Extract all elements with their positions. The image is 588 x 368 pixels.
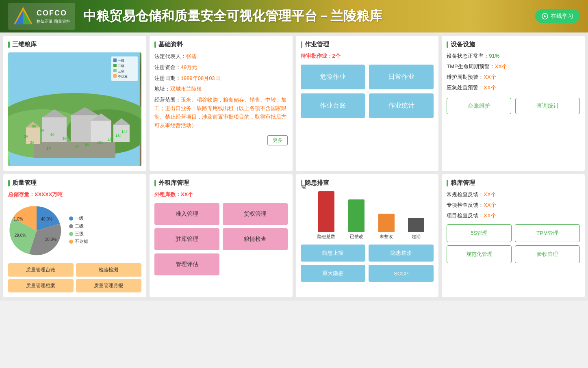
rental-access-button[interactable]: 准入管理 [154, 203, 219, 225]
ops-ledger-button[interactable]: 作业台账 [301, 93, 365, 118]
address-value: 双城市兰陵镇 [170, 86, 202, 92]
normal-rate-row: 设备状态正常率：91% [447, 52, 580, 60]
emergency-value: XX个 [484, 84, 496, 91]
more-button[interactable]: 更多 [267, 135, 288, 145]
equip-stats-button[interactable]: 查询统计 [515, 98, 580, 114]
capital-value: 49万元 [181, 64, 197, 70]
legal-rep-label: 法定代表人： [154, 53, 186, 59]
bar-unrectified-label: 未整改 [380, 234, 393, 240]
ops-buttons-grid: 危险作业 日常作业 作业台账 作业统计 [301, 65, 434, 118]
bar-rectified-bar [348, 199, 365, 232]
grain-accept-button[interactable]: 验收管理 [515, 245, 580, 263]
project-check-row: 项目检查反馈：XX个 [447, 212, 580, 219]
legend-dot-2 [69, 224, 73, 228]
rental-panel: 外租库管理 外租库数：XX个 准入管理 货权管理 驻库管理 粮情检查 管理评估 [150, 174, 293, 297]
grain-buttons: 5S管理 TPM管理 规范化管理 验收管理 [447, 224, 580, 263]
tmp-row: TMP生命周期预警：XX个 [447, 63, 580, 70]
ops-pending: 待审批作业：2个 [301, 52, 434, 60]
quality-ledger-button[interactable]: 质量管理台账 [8, 263, 74, 277]
svg-text:3#: 3# [24, 134, 28, 139]
equip-ledger-button[interactable]: 台账维护 [447, 98, 511, 114]
svg-text:不达标: 不达标 [118, 75, 128, 78]
grain-title: 粮库管理 [447, 179, 580, 187]
svg-text:5#: 5# [63, 136, 67, 141]
svg-text:1#: 1# [46, 146, 51, 151]
legend-item-3: 三级 [69, 231, 88, 237]
ops-title: 作业管理 [301, 41, 434, 48]
address-label: 地址： [154, 86, 170, 92]
legend-label-1: 一级 [75, 215, 84, 221]
svg-text:1.0%: 1.0% [14, 217, 23, 221]
svg-text:7#: 7# [40, 128, 44, 132]
svg-marker-3 [15, 10, 23, 24]
svg-rect-39 [113, 69, 117, 72]
quality-chart-area: 40.0% 30.0% 29.0% 1.0% 一级 二级 三级 [8, 202, 141, 259]
hazard-panel: 隐患排查 个数 隐患总数 已整改 未整改 [296, 174, 439, 297]
bar-overdue-bar [408, 218, 424, 232]
legend-label-4: 不达标 [75, 238, 88, 245]
svg-text:13#: 13# [115, 134, 122, 138]
rental-count-label: 外租库数： [154, 191, 181, 197]
storage-value: XXXXX万吨 [35, 191, 63, 197]
rental-title: 外租库管理 [154, 179, 288, 187]
hazard-bar-chart: 隐患总数 已整改 未整改 超期 [309, 191, 434, 240]
emergency-label: 应急处置预警： [447, 84, 484, 91]
main-grid: 三维粮库 [0, 32, 588, 301]
rental-cargo-button[interactable]: 货权管理 [223, 203, 288, 225]
scope-label: 经营范围： [154, 97, 181, 103]
hazard-title: 隐患排查 [301, 179, 434, 187]
legal-rep-row: 法定代表人：张碧 [154, 52, 288, 61]
date-label: 注册日期： [154, 75, 181, 81]
normal-rate-label: 设备状态正常率： [447, 53, 489, 59]
quality-report-button[interactable]: 质量管理月报 [76, 279, 141, 292]
svg-text:40.0%: 40.0% [41, 217, 52, 221]
grain-standard-button[interactable]: 规范化管理 [447, 245, 512, 263]
hazard-report-button[interactable]: 隐患上报 [301, 245, 366, 262]
maintain-row: 维护周期预警：XX个 [447, 74, 580, 81]
rental-buttons-grid: 准入管理 货权管理 驻库管理 粮情检查 管理评估 [154, 203, 288, 275]
hazard-buttons: 隐患上报 隐患整改 重大隐患 SCCP [301, 245, 434, 282]
svg-text:4#: 4# [75, 145, 79, 149]
svg-rect-37 [113, 64, 117, 67]
ops-stats-button[interactable]: 作业统计 [369, 93, 434, 118]
bar-unrectified-bar [378, 214, 395, 232]
quality-inspect-button[interactable]: 检验检测 [76, 263, 141, 277]
daily-ops-button[interactable]: 日常作业 [369, 65, 434, 89]
tmp-value: XX个 [495, 63, 507, 69]
legend-dot-1 [69, 216, 73, 221]
address-row: 地址：双城市兰陵镇 [154, 85, 288, 93]
svg-rect-35 [113, 58, 117, 62]
ops-pending-value: 2个 [332, 53, 341, 59]
legend-dot-3 [69, 232, 73, 236]
quality-panel: 质量管理 总储存量：XXXXX万吨 40.0% 30.0% 29. [3, 174, 146, 297]
logo-cofco: COFCO [37, 8, 70, 18]
hazard-rectify-button[interactable]: 隐患整改 [369, 245, 434, 262]
legend-item-4: 不达标 [69, 238, 88, 245]
hazard-major-button[interactable]: 重大隐患 [301, 265, 366, 282]
grain-tpm-button[interactable]: TPM管理 [515, 224, 580, 242]
quality-archive-button[interactable]: 质量管理档案 [8, 279, 74, 292]
hazard-bar-area: 隐患总数 已整改 未整改 超期 [309, 191, 434, 241]
rental-grain-check-button[interactable]: 粮情检查 [223, 228, 288, 250]
header: COFCO 格知正量 题量管控 中粮贸易仓储和质量安全可视化管理平台－兰陵粮库 … [0, 0, 588, 32]
quality-pie-chart: 40.0% 30.0% 29.0% 1.0% [8, 202, 65, 259]
storage-label: 总储存量： [8, 191, 35, 197]
silo-3d-view: 1# 2# 3# 4# 5# 6# 7# 8# 9# 10# 12# 13# 1… [8, 52, 141, 166]
online-study-button[interactable]: 在线学习 [535, 9, 580, 23]
rental-count-value: XX个 [181, 191, 193, 197]
svg-text:29.0%: 29.0% [15, 233, 26, 238]
normal-rate-value: 91% [489, 53, 499, 59]
rental-station-button[interactable]: 驻库管理 [154, 228, 219, 250]
ops-panel: 作业管理 待审批作业：2个 危险作业 日常作业 作业台账 作业统计 [296, 36, 439, 171]
capital-label: 注册资金： [154, 64, 181, 70]
special-check-value: XX个 [484, 202, 496, 208]
hazard-sccp-button[interactable]: SCCP [369, 265, 434, 282]
grain-5s-button[interactable]: 5S管理 [447, 224, 512, 242]
svg-text:10#: 10# [97, 141, 103, 145]
svg-marker-4 [23, 10, 31, 24]
rental-evaluate-button[interactable]: 管理评估 [154, 253, 219, 275]
bar-rectified: 已整改 [343, 199, 370, 240]
equipment-panel: 设备设施 设备状态正常率：91% TMP生命周期预警：XX个 维护周期预警：XX… [442, 36, 585, 171]
project-check-value: XX个 [484, 212, 496, 219]
dangerous-ops-button[interactable]: 危险作业 [301, 65, 365, 89]
